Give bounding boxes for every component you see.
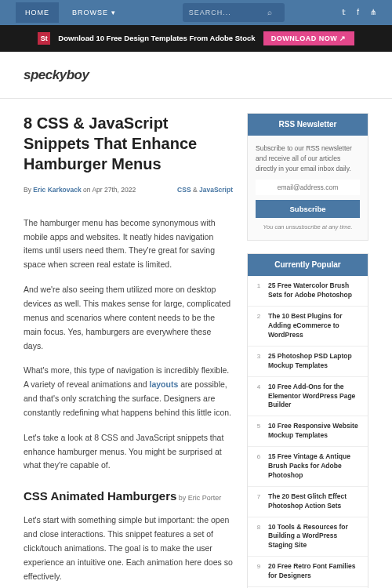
rank-number: 8 [255,523,263,533]
list-item[interactable]: 615 Free Vintage & Antique Brush Packs f… [248,447,368,487]
popular-link[interactable]: The 10 Best Plugins for Adding eCommerce… [268,312,361,340]
top-nav: HOME BROWSE ▾ [16,2,125,23]
page-title: 8 CSS & JavaScript Snippets That Enhance… [24,113,233,174]
author-link[interactable]: Eric Karkovack [33,186,81,194]
main-content: 8 CSS & JavaScript Snippets That Enhance… [24,113,233,588]
list-item[interactable]: 325 Photoshop PSD Laptop Mockup Template… [248,347,368,377]
banner-text: Download 10 Free Design Templates From A… [58,32,255,44]
widget-heading: RSS Newsletter [248,114,368,136]
popular-link[interactable]: The 20 Best Glitch Effect Photoshop Acti… [268,492,361,511]
paragraph: And we're also seeing them utilized more… [24,283,233,353]
nav-browse[interactable]: BROWSE ▾ [63,2,125,23]
search-box[interactable]: ⌕ [183,3,285,22]
popular-link[interactable]: 25 Free Watercolor Brush Sets for Adobe … [268,281,361,300]
layouts-link[interactable]: layouts [150,379,179,389]
paragraph: Let's take a look at 8 CSS and JavaScrip… [24,431,233,474]
cat-css[interactable]: CSS [177,186,191,194]
rss-icon[interactable]: ⋔ [370,6,376,19]
email-field[interactable] [256,180,360,195]
popular-link[interactable]: 10 Free Responsive Website Mockup Templa… [268,422,361,441]
byline: By Eric Karkovack on Apr 27th, 2022 [24,185,136,196]
subscribe-button[interactable]: Subscribe [256,200,360,218]
rank-number: 6 [255,452,263,463]
promo-banner: St Download 10 Free Design Templates Fro… [0,25,392,52]
list-item[interactable]: 920 Free Retro Font Families for Designe… [248,557,368,587]
rss-description: Subscribe to our RSS newsletter and rece… [256,143,360,173]
rank-number: 2 [255,312,263,322]
list-item[interactable]: 810 Tools & Resources for Building a Wor… [248,517,368,557]
facebook-icon[interactable]: f [357,6,359,19]
popular-link[interactable]: 25 Photoshop PSD Laptop Mockup Templates [268,352,361,371]
cat-js[interactable]: JavaScript [199,186,233,194]
rank-number: 1 [255,281,263,292]
list-item[interactable]: 125 Free Watercolor Brush Sets for Adobe… [248,276,368,307]
social-links: 𝕥 f ⋔ [342,6,376,19]
list-item[interactable]: 410 Free Add-Ons for the Elementor WordP… [248,377,368,417]
popular-link[interactable]: 15 Free Vintage & Antique Brush Packs fo… [268,452,361,481]
search-input[interactable] [189,9,267,16]
widget-heading: Currently Popular [248,254,368,276]
unsubscribe-note: You can unsusbscribe at any time. [256,223,360,232]
rank-number: 4 [255,383,263,393]
download-now-button[interactable]: DOWNLOAD NOW ↗ [263,31,354,45]
list-item[interactable]: 510 Free Responsive Website Mockup Templ… [248,416,368,447]
site-logo[interactable]: speckyboy [24,64,368,85]
nav-home[interactable]: HOME [16,2,59,23]
rank-number: 5 [255,422,263,432]
rank-number: 9 [255,562,263,572]
section-heading: CSS Animated Hamburgers by Eric Porter [24,487,233,506]
site-header: speckyboy [0,52,392,99]
adobe-stock-icon: St [38,32,50,45]
paragraph: The hamburger menu has become synonymous… [24,216,233,272]
twitter-icon[interactable]: 𝕥 [342,6,346,19]
categories: CSS & JavaScript [177,185,233,196]
list-item[interactable]: 2The 10 Best Plugins for Adding eCommerc… [248,307,368,347]
rank-number: 3 [255,352,263,362]
rss-widget: RSS Newsletter Subscribe to our RSS news… [247,113,368,241]
paragraph: Let's start with something simple but im… [24,514,233,583]
popular-widget: Currently Popular 125 Free Watercolor Br… [247,253,368,588]
popular-link[interactable]: 20 Free Retro Font Families for Designer… [268,562,361,581]
search-icon[interactable]: ⌕ [267,6,272,19]
paragraph: What's more, this type of navigation is … [24,364,233,419]
sidebar: RSS Newsletter Subscribe to our RSS news… [247,113,368,588]
rank-number: 7 [255,492,263,503]
top-bar: HOME BROWSE ▾ ⌕ 𝕥 f ⋔ [0,0,392,25]
list-item[interactable]: 7The 20 Best Glitch Effect Photoshop Act… [248,487,368,517]
popular-link[interactable]: 10 Tools & Resources for Building a Word… [268,523,361,551]
popular-link[interactable]: 10 Free Add-Ons for the Elementor WordPr… [268,383,361,411]
